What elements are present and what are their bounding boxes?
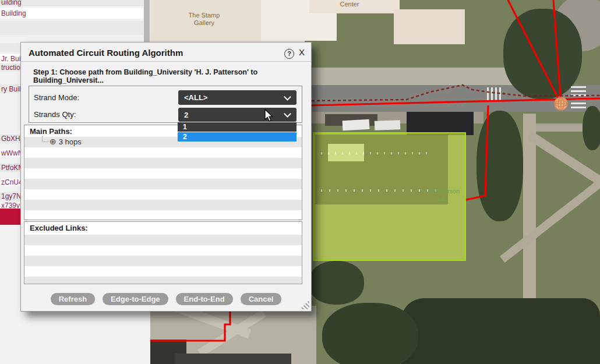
cancel-button[interactable]: Cancel [241, 293, 282, 305]
help-icon[interactable]: ? [284, 49, 294, 59]
dialog-button-row: Refresh Edge-to-Edge End-to-End Cancel [21, 293, 311, 305]
menu-option-2[interactable]: 2 [178, 132, 297, 142]
strand-mode-value: <ALL> [184, 93, 207, 102]
menu-option-1[interactable]: 1 [178, 122, 297, 132]
excluded-links-rows [24, 235, 302, 284]
tree-item-3-hops[interactable]: ⊕ 3 hops [38, 136, 155, 147]
route-bottom [150, 310, 230, 341]
dialog-title: Automated Circuit Routing Algorithm [29, 48, 183, 58]
step-text: Step 1: Choose path from Building_Univer… [33, 68, 311, 84]
routing-dialog: Automated Circuit Routing Algorithm ? X … [20, 42, 312, 312]
app-root: { "sidebar": { "items": [ {"label":"uild… [0, 0, 600, 364]
tree-elbow-connector [42, 136, 48, 142]
route-diagonal [508, 0, 561, 104]
map-label-patterson: H J Patterson Hall [414, 188, 467, 203]
main-paths-rows [24, 137, 302, 220]
sidebar-list-item[interactable] [0, 21, 143, 35]
end-to-end-button[interactable]: End-to-End [176, 293, 233, 305]
map-label-stamp-gallery: The Stamp Gallery [177, 12, 232, 27]
strands-qty-label: Strands Qty: [34, 110, 76, 119]
tree-item-label: 3 hops [59, 137, 82, 146]
strand-mode-dropdown[interactable]: <ALL> [178, 90, 297, 105]
route-vertical-1 [553, 0, 561, 104]
sidebar-list-item[interactable]: Building [0, 8, 143, 19]
chevron-down-icon [284, 93, 291, 101]
title-divider [21, 61, 311, 62]
sidebar-list-item[interactable]: uilding [0, 0, 143, 6]
close-icon[interactable]: X [299, 47, 305, 57]
strands-qty-value: 2 [184, 111, 188, 119]
edge-to-edge-button[interactable]: Edge-to-Edge [103, 293, 168, 305]
strands-qty-menu: 1 2 [178, 122, 297, 142]
sidebar-scrollbar-thumb[interactable] [144, 0, 150, 42]
mouse-cursor-icon [264, 109, 274, 123]
network-node-icon [555, 97, 567, 110]
strands-qty-dropdown[interactable]: 2 [178, 108, 297, 122]
excluded-links-label: Excluded Links: [30, 224, 88, 232]
excluded-links-list: Excluded Links: [24, 221, 302, 284]
refresh-button[interactable]: Refresh [51, 293, 95, 305]
chevron-down-icon [284, 110, 291, 118]
route-branch-building [466, 105, 488, 200]
strand-mode-label: Strand Mode: [34, 93, 79, 102]
main-paths-label: Main Paths: [30, 127, 72, 136]
expand-plus-icon[interactable]: ⊕ [50, 137, 57, 146]
map-label-center: Center [332, 1, 367, 8]
